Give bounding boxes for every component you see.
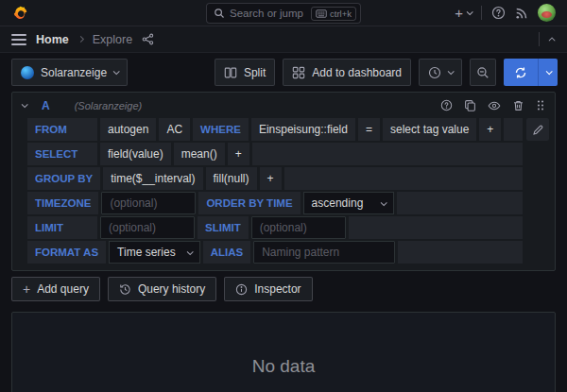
breadcrumb-home[interactable]: Home: [36, 33, 69, 46]
time-range-picker[interactable]: [419, 59, 462, 86]
query-row-from: FROM autogen AC WHERE Einspeisung::field…: [27, 118, 523, 141]
zoom-out-button[interactable]: [470, 59, 496, 86]
collapse-query-chevron-icon[interactable]: [22, 101, 28, 108]
query-row-header: A (Solaranzeige): [12, 93, 555, 118]
format-as-value: Time series: [117, 246, 176, 259]
apps-grid-icon: [292, 66, 305, 79]
search-shortcut-label: ctrl+k: [330, 9, 352, 19]
breadcrumb-current: Explore: [93, 33, 132, 46]
chevron-down-icon: [113, 68, 120, 75]
zoom-out-icon: [476, 66, 490, 79]
clock-icon: [428, 66, 441, 79]
chevron-down-icon: [545, 68, 552, 75]
refresh-button[interactable]: [504, 59, 538, 86]
user-avatar[interactable]: [538, 4, 556, 22]
query-row-format: FORMAT AS Time series ALIAS: [27, 241, 523, 264]
retention-policy-segment[interactable]: autogen: [100, 118, 156, 141]
duplicate-query-icon[interactable]: [464, 99, 476, 111]
group-by-time-segment[interactable]: time($__interval): [103, 167, 202, 190]
keyboard-icon: [316, 9, 327, 18]
query-row-limit: LIMIT SLIMIT: [27, 216, 523, 239]
query-ref-id[interactable]: A: [42, 99, 50, 112]
select-label: SELECT: [27, 143, 97, 165]
add-to-dashboard-button[interactable]: Add to dashboard: [283, 59, 411, 86]
order-by-time-select[interactable]: ascending: [303, 192, 394, 214]
search-shortcut-badge: ctrl+k: [311, 7, 356, 21]
chevron-right-icon: [77, 36, 84, 43]
datasource-label: Solaranzeige: [41, 66, 107, 79]
toggle-text-edit-mode-button[interactable]: [526, 118, 549, 141]
limit-input[interactable]: [100, 216, 195, 239]
query-help-icon[interactable]: [440, 99, 453, 111]
row-filler: [504, 118, 523, 141]
refresh-sync-icon: [514, 66, 527, 79]
query-actions-row: + Add query Query history Inspector: [11, 277, 556, 301]
format-as-select[interactable]: Time series: [109, 241, 200, 264]
share-icon[interactable]: [142, 33, 154, 45]
add-select-button[interactable]: +: [228, 143, 249, 165]
row-filler: [252, 143, 523, 165]
breadcrumb-bar: Home Explore: [0, 26, 567, 53]
influxql-query-rows: FROM autogen AC WHERE Einspeisung::field…: [27, 118, 523, 264]
menu-hamburger-icon[interactable]: [11, 34, 26, 45]
collapse-chevron-up-icon[interactable]: [549, 37, 556, 43]
history-icon: [119, 283, 131, 296]
timezone-input[interactable]: [101, 192, 196, 214]
split-icon: [224, 66, 237, 79]
where-value-segment[interactable]: select tag value: [383, 118, 476, 141]
where-field-segment[interactable]: Einspeisung::field: [251, 118, 355, 141]
news-rss-icon[interactable]: [515, 7, 528, 20]
top-nav-bar: Search or jump to... ctrl+k +: [0, 0, 567, 26]
inspector-label: Inspector: [254, 282, 301, 296]
chevron-down-icon: [186, 248, 193, 255]
split-button[interactable]: Split: [215, 59, 275, 86]
no-data-message: No data: [252, 356, 316, 392]
divider: [481, 6, 482, 20]
chevron-down-icon: [467, 9, 473, 15]
grafana-logo-icon[interactable]: [11, 5, 28, 22]
row-filler: [397, 192, 523, 214]
add-to-dashboard-label: Add to dashboard: [312, 66, 402, 79]
drag-handle-icon[interactable]: [536, 99, 545, 111]
add-query-button[interactable]: + Add query: [11, 277, 100, 301]
info-icon: [235, 283, 248, 296]
format-as-label: FORMAT AS: [27, 241, 106, 264]
from-label: FROM: [27, 118, 97, 141]
inspector-button[interactable]: Inspector: [224, 277, 312, 301]
row-filler: [284, 167, 523, 190]
row-filler: [349, 216, 523, 239]
slimit-input[interactable]: [251, 216, 346, 239]
measurement-segment[interactable]: AC: [159, 118, 190, 141]
alias-input[interactable]: [253, 241, 395, 264]
query-history-button[interactable]: Query history: [108, 277, 216, 301]
where-operator-segment[interactable]: =: [358, 118, 380, 141]
query-row-select: SELECT field(value) mean() +: [27, 143, 523, 165]
datasource-picker[interactable]: Solaranzeige: [11, 59, 128, 86]
chevron-down-icon: [380, 199, 387, 206]
timezone-label: TIMEZONE: [27, 192, 98, 214]
remove-query-trash-icon[interactable]: [512, 99, 524, 111]
help-icon[interactable]: [491, 6, 506, 20]
group-by-fill-segment[interactable]: fill(null): [206, 167, 257, 190]
add-group-by-button[interactable]: +: [260, 167, 282, 190]
select-field-segment[interactable]: field(value): [100, 143, 171, 165]
alias-label: ALIAS: [203, 241, 251, 264]
add-query-label: Add query: [37, 282, 89, 296]
query-row-timezone: TIMEZONE ORDER BY TIME ascending: [27, 192, 523, 214]
order-by-time-value: ascending: [312, 196, 364, 210]
add-condition-button[interactable]: +: [479, 118, 501, 141]
plus-icon: +: [455, 6, 463, 20]
search-placeholder: Search or jump to...: [230, 8, 306, 19]
hide-query-eye-icon[interactable]: [488, 99, 501, 112]
search-icon: [214, 8, 225, 19]
limit-label: LIMIT: [27, 216, 97, 239]
query-row-group-by: GROUP BY time($__interval) fill(null) +: [27, 167, 523, 190]
order-by-time-label: ORDER BY TIME: [198, 192, 300, 214]
where-label: WHERE: [193, 118, 249, 141]
query-datasource-hint: (Solaranzeige): [75, 100, 143, 111]
select-aggregate-segment[interactable]: mean(): [174, 143, 225, 165]
new-menu-button[interactable]: +: [455, 6, 472, 20]
search-input[interactable]: Search or jump to... ctrl+k: [206, 3, 361, 24]
group-by-label: GROUP BY: [27, 167, 100, 190]
refresh-interval-dropdown[interactable]: [538, 59, 558, 86]
